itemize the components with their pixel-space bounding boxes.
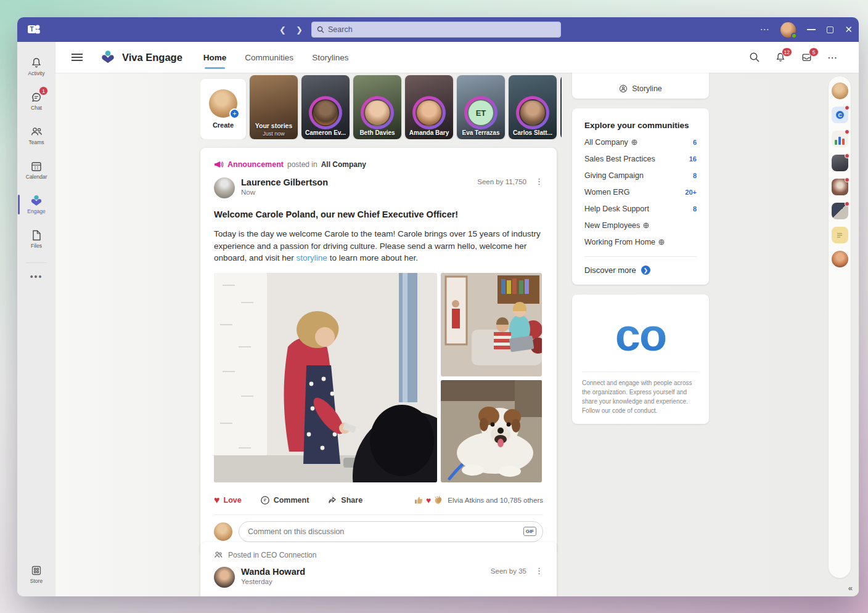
- storyline-link[interactable]: storyline: [297, 253, 327, 262]
- community-row-women-erg[interactable]: Women ERG 20+: [584, 188, 697, 197]
- author-avatar[interactable]: [214, 567, 235, 588]
- rail-person-icon[interactable]: [832, 179, 848, 195]
- rail-user-avatar[interactable]: [832, 83, 848, 99]
- community-row-wfh[interactable]: Working From Home: [584, 238, 697, 246]
- post-image-dog[interactable]: [441, 380, 542, 482]
- post-image-presentation[interactable]: [214, 273, 437, 482]
- rail-photo-icon[interactable]: [832, 155, 848, 171]
- rail-chart-app-icon[interactable]: [832, 131, 848, 147]
- community-row-giving[interactable]: Giving Campaign 8: [584, 171, 697, 180]
- story-card[interactable]: Amanda Bary: [405, 75, 453, 139]
- stories-row: + Create Your stories Just now Cameron E…: [200, 75, 562, 139]
- story-card[interactable]: Cameron Ev...: [301, 75, 350, 139]
- community-row-help-desk[interactable]: Help Desk Support 8: [584, 205, 697, 213]
- sidebar-item-calendar[interactable]: Calendar: [17, 154, 55, 186]
- love-button[interactable]: ♥ Love: [214, 495, 242, 505]
- author-name[interactable]: Wanda Howard: [241, 567, 305, 577]
- minimize-button[interactable]: [807, 29, 816, 30]
- community-row-sales[interactable]: Sales Best Practices 16: [584, 155, 697, 163]
- heart-icon: ♥: [214, 495, 220, 505]
- rail-app-c-icon[interactable]: C: [832, 107, 848, 123]
- sidebar-item-files[interactable]: Files: [17, 223, 55, 255]
- user-avatar[interactable]: [780, 22, 796, 38]
- comment-button[interactable]: Comment: [260, 495, 309, 505]
- story-avatar: [519, 99, 546, 126]
- community-row-new-employees[interactable]: New Employees: [584, 221, 697, 230]
- post-type-label: Announcement: [227, 160, 284, 169]
- right-panel: Storyline Explore your communities All C…: [572, 73, 709, 424]
- forward-button[interactable]: ❯: [296, 25, 303, 35]
- gif-button[interactable]: GIF: [523, 527, 536, 536]
- post-options-button[interactable]: ⋮: [535, 177, 543, 185]
- sidebar-item-teams[interactable]: Teams: [17, 120, 55, 152]
- search-icon: [749, 52, 760, 63]
- post-body: Today is the day we welcome Carole to th…: [214, 228, 543, 264]
- tab-bar: Home Communities Storylines: [203, 42, 349, 73]
- maximize-button[interactable]: [827, 26, 833, 33]
- sidebar-item-store[interactable]: Store: [17, 558, 55, 590]
- rail-person2-icon[interactable]: [832, 251, 848, 267]
- rail-notes-icon[interactable]: [832, 227, 848, 243]
- reactions-summary[interactable]: ♥ Elvia Atkins and 10,785 others: [414, 495, 543, 505]
- comment-input[interactable]: [248, 527, 523, 536]
- back-button[interactable]: ❮: [279, 25, 286, 35]
- story-card[interactable]: Beth Davies: [353, 75, 401, 139]
- seen-by-count[interactable]: Seen by 11,750: [477, 178, 526, 185]
- community-row-all-company[interactable]: All Company 6: [584, 138, 697, 147]
- sidebar-item-activity[interactable]: Activity: [17, 51, 55, 83]
- author-name[interactable]: Laurence Gilbertson: [241, 177, 328, 187]
- seen-by-count[interactable]: Seen by 35: [491, 567, 526, 575]
- header-more-button[interactable]: ⋯: [827, 52, 838, 63]
- post-timestamp: Yesterday: [241, 578, 305, 585]
- share-button[interactable]: Share: [327, 495, 362, 505]
- post-image-family[interactable]: [441, 273, 542, 376]
- header-search-button[interactable]: [749, 52, 760, 63]
- tab-communities[interactable]: Communities: [245, 42, 293, 73]
- notifications-badge: 12: [782, 47, 792, 57]
- collapse-rail-button[interactable]: «: [848, 583, 853, 593]
- more-apps-button[interactable]: •••: [30, 272, 43, 282]
- megaphone-icon: [214, 160, 224, 169]
- close-button[interactable]: ✕: [845, 24, 853, 35]
- notifications-button[interactable]: 12: [775, 52, 786, 63]
- post-title: Welcome Carole Poland, our new Chief Exe…: [214, 209, 543, 219]
- comment-input-wrapper[interactable]: GIF: [239, 521, 543, 542]
- sidebar-item-engage[interactable]: Engage: [17, 189, 55, 221]
- inbox-button[interactable]: 5: [801, 52, 813, 63]
- create-story-card[interactable]: + Create: [200, 79, 246, 139]
- story-card-partial[interactable]: [560, 75, 562, 139]
- announcement-post: Announcement posted in All Company Laure…: [200, 148, 557, 554]
- teams-logo: T: [27, 23, 41, 36]
- tab-home[interactable]: Home: [203, 42, 227, 73]
- story-card-your-stories[interactable]: Your stories Just now: [250, 75, 298, 139]
- post-options-button[interactable]: ⋮: [535, 567, 543, 575]
- story-ring: [516, 96, 549, 129]
- rail-photo2-icon[interactable]: [832, 203, 848, 219]
- post-community-link[interactable]: All Company: [321, 160, 366, 169]
- posted-in-label[interactable]: Posted in CEO Connection: [228, 551, 316, 559]
- svg-text:C: C: [838, 112, 841, 118]
- search-bar[interactable]: [311, 22, 561, 38]
- notification-dot: [845, 177, 850, 182]
- sidebar-item-label: Chat: [31, 105, 42, 111]
- titlebar-more-button[interactable]: ⋯: [760, 24, 769, 35]
- story-avatar: [312, 99, 339, 126]
- svg-text:T: T: [30, 26, 33, 33]
- self-avatar: +: [209, 89, 237, 118]
- story-card[interactable]: ET Eva Terrazas: [457, 75, 505, 139]
- app-title: Viva Engage: [122, 52, 182, 63]
- inbox-badge: 5: [809, 47, 819, 57]
- tab-storylines[interactable]: Storylines: [312, 42, 348, 73]
- hamburger-menu-button[interactable]: [72, 54, 83, 61]
- rail-divider: [26, 262, 47, 263]
- search-input[interactable]: [328, 25, 555, 34]
- author-avatar[interactable]: [214, 177, 235, 198]
- globe-icon: [643, 222, 649, 229]
- storyline-button[interactable]: Storyline: [572, 73, 709, 99]
- discover-more-button[interactable]: Discover more ❯: [584, 266, 697, 275]
- story-ring: [412, 96, 446, 129]
- story-card[interactable]: Carlos Slatt...: [509, 75, 557, 139]
- sidebar-item-chat[interactable]: 1 Chat: [17, 85, 55, 117]
- presence-available-icon: [791, 33, 797, 39]
- sidebar-item-label: Teams: [28, 139, 44, 145]
